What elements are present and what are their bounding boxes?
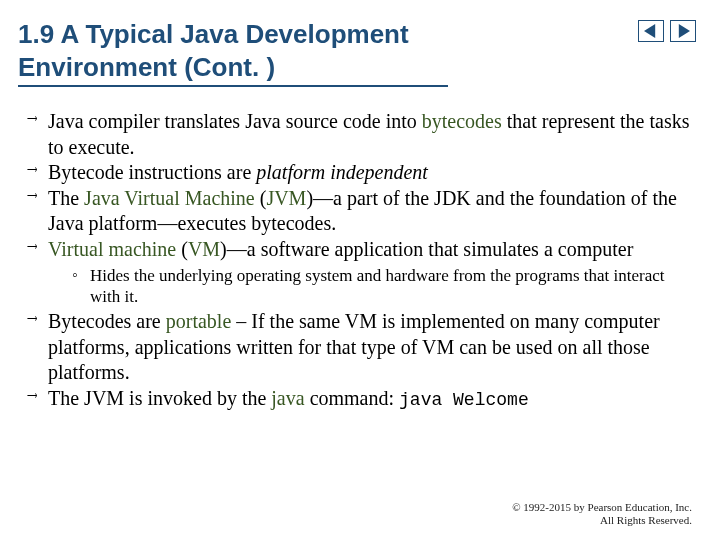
term-java: java (271, 387, 304, 409)
text: )—a software application that simulates … (220, 238, 633, 260)
text: The JVM is invoked by the (48, 387, 271, 409)
text: Bytecodes are (48, 310, 166, 332)
list-item: The JVM is invoked by the java command: … (18, 386, 692, 412)
copyright-line2: All Rights Reserved. (512, 514, 692, 528)
prev-button[interactable] (638, 20, 664, 42)
triangle-left-icon (644, 24, 658, 38)
copyright-footer: © 1992-2015 by Pearson Education, Inc. A… (512, 501, 692, 529)
list-item: Bytecode instructions are platform indep… (18, 160, 692, 186)
bullet-list: Java compiler translates Java source cod… (18, 109, 692, 412)
term-vm: VM (188, 238, 220, 260)
svg-marker-0 (644, 24, 655, 38)
code-java-welcome: java Welcome (399, 390, 529, 410)
list-item: Virtual machine (VM)—a software applicat… (18, 237, 692, 307)
term-jvm: JVM (266, 187, 306, 209)
sub-list: Hides the underlying operating system an… (48, 265, 692, 308)
text: Java compiler translates Java source cod… (48, 110, 422, 132)
text: Bytecode instructions are (48, 161, 256, 183)
text: ( (255, 187, 267, 209)
text: ( (176, 238, 188, 260)
svg-marker-1 (679, 24, 690, 38)
text: command: (305, 387, 399, 409)
list-item: Bytecodes are portable – If the same VM … (18, 309, 692, 386)
copyright-line1: © 1992-2015 by Pearson Education, Inc. (512, 501, 692, 515)
emphasis: platform independent (256, 161, 428, 183)
term-vm-full: Virtual machine (48, 238, 176, 260)
list-item: The Java Virtual Machine (JVM)—a part of… (18, 186, 692, 237)
nav-controls (638, 20, 696, 42)
term-jvm-full: Java Virtual Machine (84, 187, 255, 209)
triangle-right-icon (676, 24, 690, 38)
term-bytecodes: bytecodes (422, 110, 502, 132)
next-button[interactable] (670, 20, 696, 42)
term-portable: portable (166, 310, 232, 332)
page-title: 1.9 A Typical Java Development Environme… (18, 18, 448, 87)
list-item: Java compiler translates Java source cod… (18, 109, 692, 160)
sub-list-item: Hides the underlying operating system an… (72, 265, 692, 308)
text: The (48, 187, 84, 209)
